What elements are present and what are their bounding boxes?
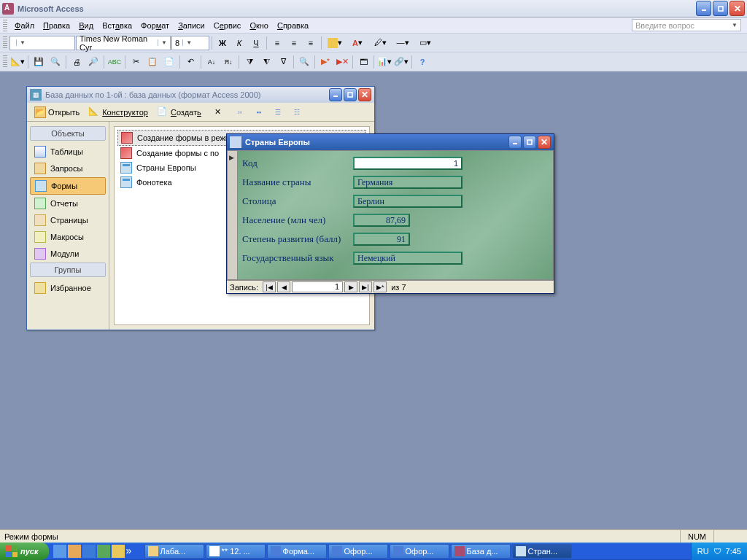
clock[interactable]: 7:45 [726,547,741,556]
minimize-button[interactable] [696,1,711,16]
recnav-new-button[interactable]: ▶* [374,281,387,292]
align-left-button[interactable]: ≡ [269,35,285,51]
form-titlebar[interactable]: Страны Европы ✕ [227,134,554,150]
ql-icon[interactable] [97,545,110,558]
help-button[interactable]: ? [414,54,430,70]
filter-selection-button[interactable]: ⧩ [241,54,258,70]
db-details-button[interactable]: ☷ [289,104,305,120]
new-record-button[interactable]: ▶* [317,54,333,70]
view-button[interactable]: 📐▾ [9,54,26,70]
lang-indicator[interactable]: RU [697,547,709,556]
db-close-button[interactable]: ✕ [358,88,371,101]
menu-file[interactable]: Файл [10,20,39,31]
field-dev[interactable]: 91 [353,233,410,246]
nav-forms[interactable]: Формы [30,177,106,195]
ql-icon[interactable] [82,545,96,558]
db-titlebar[interactable]: ▦ База данных по 1-ой : база данных (фор… [27,87,374,103]
ql-icon[interactable]: » [126,545,139,558]
nav-group-groups[interactable]: Группы [30,262,106,277]
recnav-prev-button[interactable]: ◀ [277,281,290,292]
font-combo[interactable]: Times New Roman Cyr▼ [76,36,171,50]
menu-service[interactable]: Сервис [209,20,246,31]
underline-button[interactable]: Ч [248,35,264,51]
field-capital[interactable]: Берлин [353,195,462,208]
delete-record-button[interactable]: ▶✕ [334,54,350,70]
field-code[interactable]: 1 [353,157,462,170]
nav-macros[interactable]: Макросы [30,229,106,245]
task-button[interactable]: База д... [451,544,511,559]
record-selector[interactable] [228,151,238,279]
task-button[interactable]: Офор... [328,544,388,559]
object-combo[interactable]: ▼ [9,36,75,50]
start-button[interactable]: пуск [0,542,49,560]
menu-insert[interactable]: Вставка [98,20,136,31]
undo-button[interactable]: ↶ [182,54,198,70]
db-large-icons-button[interactable]: ▫▫ [232,104,248,120]
sort-desc-button[interactable]: Я↓ [220,54,236,70]
recnav-last-button[interactable]: ▶| [359,281,372,292]
field-population[interactable]: 87,69 [353,214,410,227]
db-minimize-button[interactable] [329,88,342,101]
find-button[interactable]: 🔍 [296,54,312,70]
help-search-box[interactable]: Введите вопрос▼ [632,19,741,31]
field-country[interactable]: Германия [353,176,462,189]
line-width-button[interactable]: —▾ [392,35,414,51]
file-search-button[interactable]: 🔍 [47,54,63,70]
task-button[interactable]: Лаба... [144,544,204,559]
filter-form-button[interactable]: ⧨ [258,54,274,70]
ql-icon[interactable] [68,545,81,558]
line-color-button[interactable]: 🖊▾ [369,35,391,51]
maximize-button[interactable] [713,1,728,16]
nav-tables[interactable]: Таблицы [30,144,106,160]
db-small-icons-button[interactable]: ▪▪ [251,104,267,120]
recnav-next-button[interactable]: ▶ [344,281,357,292]
print-button[interactable]: 🖨 [69,54,85,70]
nav-reports[interactable]: Отчеты [30,195,106,211]
spelling-button[interactable]: ABC [107,54,123,70]
menu-format[interactable]: Формат [136,20,174,31]
db-open-button[interactable]: 📂Открыть [31,105,82,120]
align-center-button[interactable]: ≡ [286,35,302,51]
menu-edit[interactable]: Правка [39,20,74,31]
apply-filter-button[interactable]: ∇ [275,54,291,70]
menu-help[interactable]: Справка [273,20,313,31]
preview-button[interactable]: 🔎 [85,54,101,70]
nav-favorites[interactable]: Избранное [30,280,106,296]
nav-queries[interactable]: Запросы [30,160,106,176]
db-delete-button[interactable]: ✕ [210,104,226,120]
toolbar-grip-2[interactable] [3,55,7,69]
db-create-button[interactable]: 📄Создать [154,105,204,120]
nav-modules[interactable]: Модули [30,246,106,262]
cut-button[interactable]: ✂ [128,54,144,70]
task-button[interactable]: Офор... [390,544,449,559]
save-button[interactable]: 💾 [31,54,47,70]
toolbar-grip[interactable] [3,36,7,50]
form-minimize-button[interactable] [508,136,522,149]
recnav-first-button[interactable]: |◀ [263,281,276,292]
new-object-button[interactable]: 📊▾ [376,54,392,70]
menubar-grip[interactable] [3,20,7,31]
db-design-button[interactable]: 📐Конструктор [85,105,151,120]
db-list-button[interactable]: ☰ [270,104,286,120]
recnav-current-input[interactable]: 1 [292,281,343,292]
align-right-button[interactable]: ≡ [303,35,319,51]
database-window-button[interactable]: 🗔 [355,54,371,70]
sort-asc-button[interactable]: А↓ [204,54,220,70]
task-button[interactable]: Стран... [512,544,572,559]
font-color-button[interactable]: A▾ [347,35,368,51]
field-lang[interactable]: Немецкий [353,252,462,265]
paste-button[interactable]: 📄 [161,54,177,70]
special-effect-button[interactable]: ▭▾ [414,35,436,51]
task-button[interactable]: ** 12. ... [206,544,266,559]
close-button[interactable]: ✕ [729,1,745,16]
db-maximize-button[interactable] [344,88,357,101]
ql-icon[interactable] [53,545,66,558]
ql-icon[interactable] [112,545,125,558]
nav-pages[interactable]: Страницы [30,212,106,228]
task-button[interactable]: Форма... [267,544,327,559]
fontsize-combo[interactable]: 8▼ [171,36,209,50]
nav-group-objects[interactable]: Объекты [30,126,106,141]
copy-button[interactable]: 📋 [144,54,160,70]
italic-button[interactable]: К [231,35,247,51]
bold-button[interactable]: Ж [214,35,231,51]
